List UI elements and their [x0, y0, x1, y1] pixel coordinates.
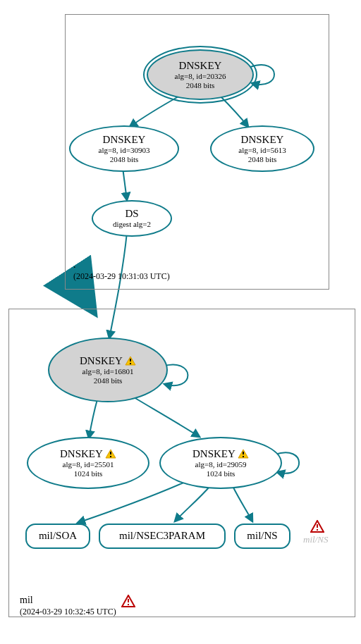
rr-label: mil/SOA — [39, 530, 77, 542]
node-info: digest alg=2 — [113, 220, 151, 229]
node-info: alg=8, id=20326 — [175, 72, 226, 81]
svg-rect-3 — [130, 363, 131, 364]
svg-rect-6 — [243, 452, 244, 454]
zone-label-mil: mil (2024-03-29 10:32:45 UTC) — [20, 595, 116, 617]
rr-label: mil/NSEC3PARAM — [119, 530, 205, 542]
node-info: alg=8, id=5613 — [238, 146, 286, 155]
svg-rect-7 — [243, 456, 244, 457]
dnssec-graph: . (2024-03-29 10:31:03 UTC) mil (2024-03… — [0, 0, 361, 644]
zone-name: mil — [20, 595, 116, 607]
zone-label-root: . (2024-03-29 10:31:03 UTC) — [73, 259, 170, 281]
svg-rect-1 — [128, 604, 129, 605]
node-info: alg=8, id=16801 — [82, 367, 134, 376]
svg-rect-0 — [128, 599, 129, 602]
node-bits: 2048 bits — [94, 376, 123, 385]
ds-node-root[interactable]: DS digest alg=2 — [92, 200, 172, 237]
alert-icon — [121, 595, 135, 609]
svg-rect-2 — [130, 359, 131, 361]
dnskey-node-root-ksk[interactable]: DNSKEY alg=8, id=20326 2048 bits — [147, 49, 254, 100]
dnskey-node-mil-zsk-29059[interactable]: DNSKEY alg=8, id=29059 1024 bits — [159, 437, 282, 489]
warning-icon — [238, 448, 249, 459]
dnskey-node-mil-zsk-25501[interactable]: DNSKEY alg=8, id=25501 1024 bits — [27, 437, 149, 489]
dnskey-node-mil-ksk[interactable]: DNSKEY alg=8, id=16801 2048 bits — [48, 338, 168, 402]
svg-rect-4 — [110, 452, 111, 454]
node-bits: 1024 bits — [207, 469, 235, 478]
rr-node-mil-soa[interactable]: mil/SOA — [25, 524, 90, 549]
node-info: alg=8, id=25501 — [63, 460, 114, 469]
rr-missing-mil-ns: mil/NS — [303, 534, 328, 545]
warning-icon — [105, 448, 116, 459]
svg-rect-5 — [110, 456, 111, 457]
node-title: DNSKEY — [60, 448, 116, 460]
dnskey-node-root-zsk-30903[interactable]: DNSKEY alg=8, id=30903 2048 bits — [69, 125, 179, 172]
svg-rect-8 — [317, 524, 318, 528]
node-title: DNSKEY — [192, 448, 249, 460]
node-title: DNSKEY — [241, 134, 284, 146]
node-title: DNSKEY — [103, 134, 146, 146]
zone-timestamp: (2024-03-29 10:32:45 UTC) — [20, 607, 116, 617]
node-title: DNSKEY — [179, 60, 222, 72]
node-title: DNSKEY — [80, 355, 136, 367]
dnskey-node-root-zsk-5613[interactable]: DNSKEY alg=8, id=5613 2048 bits — [210, 125, 314, 172]
node-bits: 2048 bits — [186, 81, 215, 90]
rr-node-mil-ns[interactable]: mil/NS — [234, 524, 290, 549]
rr-label: mil/NS — [247, 530, 277, 542]
node-title: DS — [125, 208, 138, 220]
node-bits: 2048 bits — [110, 155, 139, 164]
rr-node-mil-nsec3param[interactable]: mil/NSEC3PARAM — [99, 524, 226, 549]
node-info: alg=8, id=30903 — [99, 146, 150, 155]
zone-timestamp: (2024-03-29 10:31:03 UTC) — [73, 271, 170, 281]
zone-name: . — [73, 259, 170, 271]
svg-rect-9 — [317, 529, 318, 531]
node-bits: 2048 bits — [248, 155, 277, 164]
alert-icon — [310, 520, 324, 534]
node-bits: 1024 bits — [74, 469, 103, 478]
node-info: alg=8, id=29059 — [195, 460, 247, 469]
warning-icon — [125, 355, 136, 366]
